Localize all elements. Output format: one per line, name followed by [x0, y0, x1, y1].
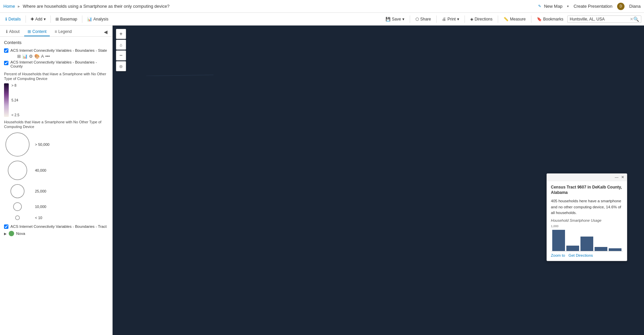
- tab-legend[interactable]: ≡ Legend: [51, 28, 75, 36]
- popup-close-button[interactable]: ✕: [620, 175, 626, 180]
- circle-row-5: < 10: [4, 214, 108, 221]
- zoom-to-link[interactable]: Zoom to: [551, 253, 565, 257]
- popup-chart: [551, 224, 623, 251]
- map-title: Where are households using a Smartphone …: [23, 4, 534, 9]
- nav-right: New Map ▾ Create Presentation D Diana: [544, 3, 641, 10]
- home-button[interactable]: ⌂: [116, 40, 126, 50]
- chevron-down-icon[interactable]: ▾: [567, 4, 569, 8]
- circle-label-4: 10,000: [35, 205, 46, 209]
- separator6: [465, 15, 465, 23]
- analysis-button[interactable]: 📊 Analysis: [84, 15, 111, 23]
- tab-about[interactable]: ℹ About: [3, 28, 23, 36]
- edit-title-icon[interactable]: ✎: [538, 4, 541, 8]
- separator1: [26, 15, 26, 23]
- locate-button[interactable]: ◎: [116, 61, 126, 71]
- svg-point-3: [13, 203, 22, 211]
- layer3-checkbox[interactable]: [4, 224, 8, 229]
- print-icon: 🖨: [442, 17, 446, 22]
- main-area: ℹ About ⊞ Content ≡ Legend ◀ Contents AC…: [0, 26, 644, 335]
- more-icon[interactable]: •••: [45, 54, 50, 59]
- create-presentation-link[interactable]: Create Presentation: [573, 4, 612, 9]
- circle-legend-title: Households that Have a Smartphone with N…: [4, 120, 108, 129]
- svg-rect-5: [113, 26, 213, 76]
- popup-description: 405 households here have a smartphone an…: [551, 198, 623, 216]
- tab-content[interactable]: ⊞ Content: [24, 28, 50, 36]
- chart-bar-5: [609, 248, 621, 251]
- layer1-checkbox[interactable]: [4, 48, 8, 53]
- circle-label-2: 40,000: [35, 168, 46, 172]
- color-legend-section: Percent of Households that Have a Smartp…: [4, 72, 108, 117]
- share-icon: ⬡: [415, 17, 419, 22]
- popup-minimize-button[interactable]: —: [613, 175, 620, 179]
- color-min-label: < 2.5: [11, 113, 19, 117]
- about-label: About: [9, 29, 19, 34]
- get-directions-link[interactable]: Get Directions: [568, 253, 593, 257]
- circle-legend-section: Households that Have a Smartphone with N…: [4, 120, 108, 221]
- home-link[interactable]: Home: [3, 4, 15, 9]
- add-chevron-icon: ▾: [44, 17, 46, 22]
- chart-bar-3: [580, 237, 593, 251]
- content-label: Content: [32, 29, 46, 34]
- directions-button[interactable]: ◈ Directions: [468, 15, 495, 23]
- print-button[interactable]: 🖨 Print ▾: [439, 15, 462, 23]
- save-label: Save: [392, 17, 401, 22]
- style-icon[interactable]: 🎨: [34, 54, 40, 59]
- layer1-label: ACS Internet Connectivity Variables - Bo…: [10, 48, 107, 52]
- zoom-in-button[interactable]: +: [116, 29, 126, 39]
- separator5: [436, 15, 437, 23]
- add-icon: ✚: [31, 17, 34, 22]
- panel-tabs: ℹ About ⊞ Content ≡ Legend ◀: [0, 26, 112, 37]
- right-tools: 💾 Save ▾ ⬡ Share 🖨 Print ▾ ◈ Directions …: [383, 15, 641, 23]
- collapse-panel-button[interactable]: ◀: [102, 29, 110, 35]
- details-label: Details: [8, 17, 21, 22]
- user-name[interactable]: Diana: [629, 4, 641, 9]
- left-tools: ℹ Details ✚ Add ▾ ⊞ Basemap 📊 Analysis: [3, 15, 111, 23]
- share-button[interactable]: ⬡ Share: [413, 15, 434, 23]
- svg-point-4: [15, 216, 19, 220]
- nova-layer-item: ▶ Nova: [4, 231, 108, 236]
- label-icon[interactable]: A: [41, 54, 44, 59]
- circle-svg-3: [4, 183, 31, 199]
- top-navigation: Home ▸ Where are households using a Smar…: [0, 0, 644, 13]
- color-max-label: > 8: [11, 83, 19, 87]
- popup-title: Census Tract 9607 in DeKalb County, Alab…: [551, 184, 623, 196]
- map-area[interactable]: + ⌂ − ◎ — ✕ Census Tract 9607 in DeKalb …: [113, 26, 644, 335]
- circle-svg-4: [4, 202, 31, 212]
- circle-label-5: < 10: [35, 216, 42, 220]
- measure-button[interactable]: 📏 Measure: [501, 15, 528, 23]
- details-button[interactable]: ℹ Details: [3, 15, 24, 23]
- chart-bar-2: [566, 246, 579, 251]
- user-avatar[interactable]: D: [617, 3, 625, 10]
- basemap-label: Basemap: [60, 17, 77, 22]
- layer1-group: ACS Internet Connectivity Variables - Bo…: [10, 48, 107, 59]
- close-icon[interactable]: ✕: [630, 17, 633, 22]
- list-item: ACS Internet Connectivity Variables - Bo…: [4, 48, 108, 59]
- filter-icon[interactable]: ⚙: [29, 54, 33, 59]
- chart-icon[interactable]: 📊: [22, 54, 28, 59]
- legend-label: Legend: [58, 29, 72, 34]
- bookmarks-button[interactable]: 🔖 Bookmarks: [534, 15, 566, 23]
- color-labels: > 8 5.24 < 2.5: [11, 83, 19, 117]
- save-button[interactable]: 💾 Save ▾: [383, 15, 407, 23]
- new-map-link[interactable]: New Map: [544, 4, 562, 9]
- map-controls: + ⌂ − ◎: [116, 29, 126, 71]
- print-label: Print: [447, 17, 456, 22]
- search-icon[interactable]: 🔍: [633, 16, 639, 22]
- table-icon[interactable]: ⊞: [17, 54, 21, 59]
- separator4: [410, 15, 410, 23]
- user-initial: D: [619, 4, 622, 8]
- circle-row-1: > 50,000: [4, 132, 108, 157]
- expand-icon[interactable]: ▶: [4, 232, 7, 236]
- details-icon: ℹ: [5, 17, 7, 22]
- save-chevron-icon: ▾: [402, 17, 404, 22]
- svg-point-0: [6, 133, 29, 156]
- basemap-button[interactable]: ⊞ Basemap: [53, 15, 80, 23]
- separator7: [498, 15, 498, 23]
- layer2-checkbox[interactable]: [4, 61, 8, 65]
- add-button[interactable]: ✚ Add ▾: [28, 15, 48, 23]
- search-input[interactable]: [570, 17, 630, 22]
- zoom-out-button[interactable]: −: [116, 50, 126, 60]
- basemap-icon: ⊞: [55, 17, 59, 22]
- list-item: ACS Internet Connectivity Variables - Bo…: [4, 60, 108, 68]
- save-icon: 💾: [386, 17, 391, 22]
